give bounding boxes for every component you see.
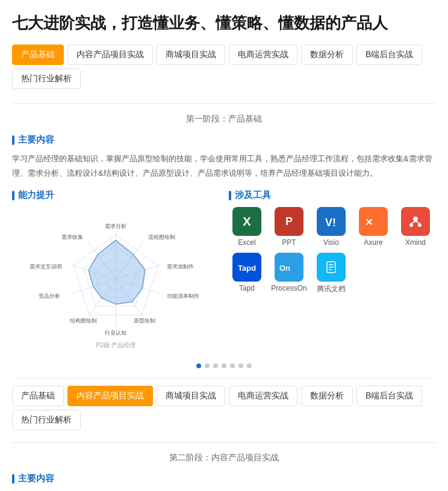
tab-item[interactable]: 数据分析 (301, 386, 353, 406)
divider-1 (12, 378, 436, 378)
svg-point-29 (409, 223, 413, 227)
svg-point-30 (418, 223, 422, 227)
tool-icon: V! (317, 207, 346, 236)
stage2-main-content-heading: 主要内容 (12, 473, 436, 484)
svg-text:On: On (279, 264, 290, 273)
tool-label: 腾讯文档 (317, 284, 346, 294)
stage-1-title: 第一阶段：产品基础 (12, 114, 436, 125)
svg-text:P2级·产品经理: P2级·产品经理 (96, 342, 135, 348)
tool-label: Tapd (239, 284, 255, 292)
tool-item: 腾讯文档 (313, 253, 349, 294)
tab-nav-2: 产品基础内容产品项目实战商城项目实战电商运营实战数据分析B端后台实战热门行业解析 (12, 386, 436, 430)
svg-text:竞品分析: 竞品分析 (39, 294, 60, 300)
tool-icon: P (275, 207, 303, 236)
page-wrapper: 七大进阶实战，打造懂业务、懂策略、懂数据的产品人 产品基础内容产品项目实战商城项… (0, 0, 448, 491)
tools-heading: 涉及工具 (229, 190, 436, 201)
ability-col: 能力提升 (12, 190, 219, 351)
main-content-block: 主要内容 学习产品经理的基础知识，掌握产品原型绘制的技能，学会使用常用工具，熟悉… (12, 134, 436, 180)
tool-item: TapdTapd (229, 253, 265, 292)
svg-text:Tapd: Tapd (238, 264, 256, 273)
tab-item[interactable]: 电商运营实战 (229, 386, 297, 406)
dot-nav (12, 363, 436, 368)
tool-icon (317, 253, 346, 282)
svg-text:流程图绘制: 流程图绘制 (148, 234, 175, 240)
svg-text:需求交互说明: 需求交互说明 (30, 264, 62, 270)
svg-text:需求分析: 需求分析 (105, 223, 126, 229)
tool-item: V!Visio (313, 207, 349, 247)
svg-text:需求池制作: 需求池制作 (167, 264, 194, 270)
stage-1-section: 第一阶段：产品基础 主要内容 学习产品经理的基础知识，掌握产品原型绘制的技能，学… (12, 103, 436, 351)
tool-item: XExcel (229, 207, 265, 247)
tab-item[interactable]: 商城项目实战 (157, 45, 225, 65)
svg-text:需求收集: 需求收集 (61, 234, 83, 240)
tool-item: Xmind (397, 207, 434, 247)
tool-item: OnProcessOn (271, 253, 307, 292)
tab-item[interactable]: 产品基础 (12, 45, 64, 65)
dot[interactable] (222, 363, 226, 368)
tool-icon: Tapd (232, 253, 261, 282)
svg-text:✕: ✕ (365, 217, 373, 227)
tool-label: ProcessOn (271, 284, 306, 292)
dot[interactable] (196, 363, 201, 368)
tab-item[interactable]: 商城项目实战 (157, 386, 225, 406)
tab-item[interactable]: 热门行业解析 (12, 410, 81, 430)
dot[interactable] (238, 363, 243, 368)
svg-text:结构图绘制: 结构图绘制 (70, 318, 97, 324)
svg-line-31 (411, 221, 415, 223)
tab-item[interactable]: 热门行业解析 (12, 69, 81, 89)
svg-text:行业认知: 行业认知 (105, 330, 126, 336)
tool-label: Xmind (405, 238, 426, 247)
dot[interactable] (247, 363, 252, 368)
svg-line-32 (415, 221, 420, 223)
tab-item[interactable]: 数据分析 (301, 45, 353, 65)
svg-point-28 (413, 217, 418, 221)
dot[interactable] (213, 363, 218, 368)
stage-2-section: 第二阶段：内容产品项目实战 主要内容 学习内容型产品项目的分析与规划，包括用端产… (12, 442, 436, 491)
tab-item[interactable]: 电商运营实战 (229, 45, 297, 65)
radar-wrapper-1: 需求分析 流程图绘制 需求池制作 功能清单制作 原型绘制 行业认知 结构图绘制 … (12, 207, 219, 351)
main-title: 七大进阶实战，打造懂业务、懂策略、懂数据的产品人 (12, 12, 436, 34)
tool-item: PPPT (271, 207, 307, 247)
dot[interactable] (205, 363, 210, 368)
tools-col: 涉及工具 XExcelPPPTV!Visio✕AxureXmindTapdTap… (229, 190, 436, 351)
tab-item[interactable]: 内容产品项目实战 (67, 386, 153, 406)
main-content-text: 学习产品经理的基础知识，掌握产品原型绘制的技能，学会使用常用工具，熟悉产品经理工… (12, 152, 436, 180)
tool-label: Visio (323, 238, 339, 247)
tool-icon (401, 207, 430, 236)
dot[interactable] (230, 363, 235, 368)
svg-text:原型绘制: 原型绘制 (134, 318, 155, 324)
ability-tools-row: 能力提升 (12, 190, 436, 351)
tab-item[interactable]: B端后台实战 (356, 386, 422, 406)
stage-2-title: 第二阶段：内容产品项目实战 (12, 452, 436, 463)
svg-text:功能清单制作: 功能清单制作 (167, 294, 199, 300)
tool-icon: ✕ (359, 207, 388, 236)
tab-item[interactable]: 内容产品项目实战 (67, 45, 153, 65)
tab-item[interactable]: 产品基础 (12, 386, 64, 406)
tool-label: Excel (238, 238, 255, 247)
tool-item: ✕Axure (355, 207, 391, 247)
tool-icon: X (232, 207, 261, 236)
tool-icon: On (275, 253, 303, 282)
tool-label: PPT (282, 238, 296, 247)
tools-grid-1: XExcelPPPTV!Visio✕AxureXmindTapdTapdOnPr… (229, 207, 436, 294)
ability-heading: 能力提升 (12, 190, 219, 201)
radar-chart-1: 需求分析 流程图绘制 需求池制作 功能清单制作 原型绘制 行业认知 结构图绘制 … (12, 207, 219, 351)
tab-item[interactable]: B端后台实战 (356, 45, 422, 65)
tab-nav-1: 产品基础内容产品项目实战商城项目实战电商运营实战数据分析B端后台实战热门行业解析 (12, 45, 436, 89)
svg-text:V!: V! (325, 217, 336, 229)
stage2-main-content-block: 主要内容 学习内容型产品项目的分析与规划，包括用端产品、自媒体端产品及平台端产品… (12, 473, 436, 491)
tool-label: Axure (364, 238, 382, 247)
main-content-heading: 主要内容 (12, 134, 436, 146)
